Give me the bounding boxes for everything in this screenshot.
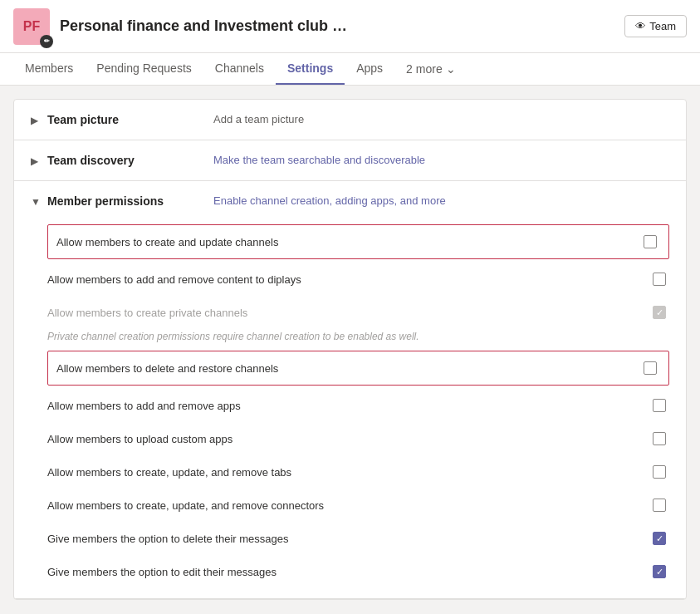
permission-label-edit-messages: Give members the option to edit their me… bbox=[47, 566, 649, 578]
section-title-member-permissions: Member permissions bbox=[47, 194, 213, 208]
checkbox-tabs[interactable] bbox=[649, 462, 669, 482]
section-desc-member-permissions: Enable channel creation, adding apps, an… bbox=[213, 194, 669, 207]
avatar-edit-icon[interactable]: ✏ bbox=[40, 35, 53, 48]
checkbox-delete-restore-channels[interactable] bbox=[640, 358, 660, 378]
permission-row-create-private-channels: Allow members to create private channels… bbox=[47, 296, 669, 329]
app-header: PF ✏ Personal finance and Investment clu… bbox=[0, 0, 700, 53]
checkbox-create-update-channels[interactable] bbox=[640, 232, 660, 252]
section-member-permissions: ▼ Member permissions Enable channel crea… bbox=[14, 181, 686, 599]
avatar-initials: PF bbox=[23, 19, 40, 34]
permission-label-delete-messages: Give members the option to delete their … bbox=[47, 533, 649, 545]
checkbox-delete-messages[interactable]: ✓ bbox=[649, 528, 669, 548]
checkbox-add-remove-apps[interactable] bbox=[649, 395, 669, 415]
permission-row-upload-custom-apps: Allow members to upload custom apps bbox=[47, 422, 669, 455]
permission-label-connectors: Allow members to create, update, and rem… bbox=[47, 499, 649, 512]
permission-row-edit-messages: Give members the option to edit their me… bbox=[47, 555, 669, 588]
permission-row-add-remove-content: Allow members to add and remove content … bbox=[47, 263, 669, 296]
permission-row-delete-messages: Give members the option to delete their … bbox=[47, 522, 669, 555]
team-button-label: Team bbox=[649, 20, 676, 32]
tab-pending[interactable]: Pending Requests bbox=[85, 53, 203, 85]
checkbox-edit-messages[interactable]: ✓ bbox=[649, 562, 669, 582]
team-button[interactable]: 👁 Team bbox=[624, 15, 687, 37]
section-title-team-discovery: Team discovery bbox=[47, 154, 213, 167]
eye-icon: 👁 bbox=[635, 20, 646, 32]
nav-tabs: Members Pending Requests Channels Settin… bbox=[0, 53, 700, 86]
permission-label-add-remove-content: Allow members to add and remove content … bbox=[47, 273, 649, 286]
permission-label-add-remove-apps: Allow members to add and remove apps bbox=[47, 400, 649, 412]
permission-label-create-private-channels: Allow members to create private channels bbox=[47, 307, 649, 319]
permission-row-create-update-channels: Allow members to create and update chann… bbox=[47, 224, 669, 259]
tab-more[interactable]: 2 more ⌄ bbox=[394, 54, 467, 84]
section-desc-team-discovery: Make the team searchable and discoverabl… bbox=[213, 154, 669, 166]
checkbox-upload-custom-apps[interactable] bbox=[649, 429, 669, 449]
permission-row-add-remove-apps: Allow members to add and remove apps bbox=[47, 389, 669, 422]
section-body-member-permissions: Allow members to create and update chann… bbox=[14, 224, 686, 598]
main-content: ▶ Team picture Add a team picture ▶ Team… bbox=[13, 99, 687, 600]
permission-label-create-update-channels: Allow members to create and update chann… bbox=[56, 236, 640, 248]
toggle-team-picture-icon[interactable]: ▶ bbox=[31, 115, 47, 126]
checkbox-create-private-channels[interactable]: ✓ bbox=[649, 302, 669, 322]
page-title: Personal finance and Investment club … bbox=[60, 17, 624, 35]
toggle-team-discovery-icon[interactable]: ▶ bbox=[31, 155, 47, 167]
tab-apps[interactable]: Apps bbox=[345, 53, 394, 85]
checkbox-connectors[interactable] bbox=[649, 495, 669, 515]
section-team-discovery: ▶ Team discovery Make the team searchabl… bbox=[14, 140, 686, 181]
checkbox-add-remove-content[interactable] bbox=[649, 269, 669, 289]
permission-label-tabs: Allow members to create, update, and rem… bbox=[47, 466, 649, 479]
permission-row-tabs: Allow members to create, update, and rem… bbox=[47, 455, 669, 489]
permission-row-connectors: Allow members to create, update, and rem… bbox=[47, 489, 669, 522]
permission-label-delete-restore-channels: Allow members to delete and restore chan… bbox=[56, 362, 640, 375]
permission-row-delete-restore-channels: Allow members to delete and restore chan… bbox=[47, 351, 669, 386]
tab-settings[interactable]: Settings bbox=[276, 53, 345, 85]
section-desc-team-picture: Add a team picture bbox=[213, 113, 669, 125]
section-title-team-picture: Team picture bbox=[47, 113, 213, 126]
section-team-picture: ▶ Team picture Add a team picture bbox=[14, 100, 686, 140]
permission-label-upload-custom-apps: Allow members to upload custom apps bbox=[47, 433, 649, 445]
tab-channels[interactable]: Channels bbox=[203, 53, 276, 85]
tab-members[interactable]: Members bbox=[13, 53, 85, 85]
toggle-member-permissions-icon[interactable]: ▼ bbox=[31, 196, 47, 208]
permission-note-private-channels: Private channel creation permissions req… bbox=[47, 329, 669, 347]
avatar: PF ✏ bbox=[13, 8, 50, 45]
